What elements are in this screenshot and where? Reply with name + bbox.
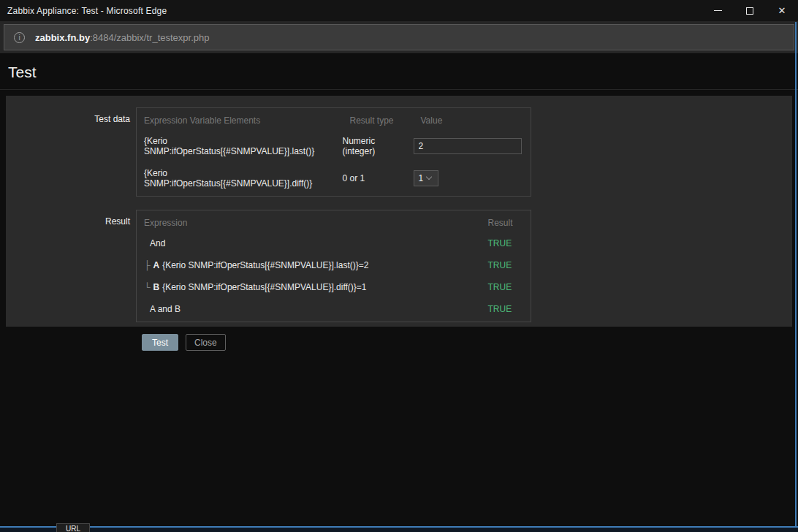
address-bar[interactable]: i zabbix.fn.by:8484/zabbix/tr_testexpr.p… xyxy=(4,24,794,50)
minimize-icon xyxy=(714,10,722,11)
tree-branch-icon: ├ xyxy=(144,260,151,270)
table-row: And TRUE xyxy=(137,234,531,256)
maximize-button[interactable] xyxy=(734,0,766,21)
table-row: {Kerio SNMP:ifOperStatus[{#SNMPVALUE}].l… xyxy=(137,132,531,164)
test-data-table: Expression Variable Elements Result type… xyxy=(136,107,531,197)
expression-text: {Kerio SNMP:ifOperStatus[{#SNMPVALUE}].l… xyxy=(162,260,368,270)
window-border-right xyxy=(795,22,797,528)
header-value: Value xyxy=(414,108,531,132)
expression-text: A and B xyxy=(150,304,180,314)
form-panel: Test data Expression Variable Elements R… xyxy=(6,96,792,327)
status-tooltip: URL xyxy=(56,523,90,532)
test-data-section: Test data Expression Variable Elements R… xyxy=(12,107,792,197)
close-icon: ✕ xyxy=(778,6,786,15)
tree-branch-icon: └ xyxy=(144,282,151,292)
result-type-cell: 0 or 1 xyxy=(343,164,414,197)
browser-window: Zabbix Appliance: Test - Microsoft Edge … xyxy=(0,0,798,532)
result-label: Result xyxy=(12,210,136,322)
value-input[interactable] xyxy=(414,138,522,154)
minimize-button[interactable] xyxy=(702,0,734,21)
info-glyph: i xyxy=(18,34,20,42)
value-cell xyxy=(414,132,531,164)
expression-cell: And xyxy=(137,234,481,256)
test-button[interactable]: Test xyxy=(142,334,178,351)
close-window-button[interactable]: ✕ xyxy=(766,0,798,21)
table-row: {Kerio SNMP:ifOperStatus[{#SNMPVALUE}].d… xyxy=(137,164,531,197)
result-value: TRUE xyxy=(481,234,531,256)
expression-letter: B xyxy=(153,282,160,292)
url-host: zabbix.fn.by xyxy=(35,32,90,43)
result-type-cell: Numeric (integer) xyxy=(343,132,414,164)
table-row: A and B TRUE xyxy=(137,300,531,322)
result-value: TRUE xyxy=(481,256,531,278)
value-cell: 1 xyxy=(414,164,531,197)
table-row: └B{Kerio SNMP:ifOperStatus[{#SNMPVALUE}]… xyxy=(137,278,531,300)
value-select[interactable]: 1 xyxy=(414,170,438,186)
title-bar: Zabbix Appliance: Test - Microsoft Edge … xyxy=(0,0,798,21)
expression-cell: └B{Kerio SNMP:ifOperStatus[{#SNMPVALUE}]… xyxy=(137,278,481,300)
maximize-icon xyxy=(746,7,753,15)
expression-cell: A and B xyxy=(137,300,481,322)
screen-bottom-strip xyxy=(0,528,798,532)
page-title: Test xyxy=(0,54,798,90)
url-path: :8484/zabbix/tr_testexpr.php xyxy=(90,32,209,43)
window-controls: ✕ xyxy=(702,0,798,21)
result-value: TRUE xyxy=(481,278,531,300)
expression-cell: {Kerio SNMP:ifOperStatus[{#SNMPVALUE}].l… xyxy=(137,132,343,164)
status-tooltip-text: URL xyxy=(66,525,80,532)
result-table: Expression Result And TRUE xyxy=(136,210,531,322)
window-border-bottom xyxy=(0,526,798,528)
result-value: TRUE xyxy=(481,300,531,322)
expression-letter: A xyxy=(153,260,160,270)
header-result: Result xyxy=(481,210,531,235)
expression-cell: {Kerio SNMP:ifOperStatus[{#SNMPVALUE}].d… xyxy=(137,164,343,197)
test-data-header-row: Expression Variable Elements Result type… xyxy=(137,108,531,132)
form-buttons: Test Close xyxy=(142,334,792,351)
expression-text: {Kerio SNMP:ifOperStatus[{#SNMPVALUE}].d… xyxy=(162,282,366,292)
header-result-type: Result type xyxy=(343,108,414,132)
header-expression: Expression xyxy=(137,210,481,235)
chevron-down-icon xyxy=(426,174,432,180)
header-expression-variable-elements: Expression Variable Elements xyxy=(137,108,343,132)
result-header-row: Expression Result xyxy=(137,210,531,235)
expression-text: And xyxy=(150,238,165,248)
expression-cell: ├A{Kerio SNMP:ifOperStatus[{#SNMPVALUE}]… xyxy=(137,256,481,278)
test-data-label: Test data xyxy=(12,107,136,197)
table-row: ├A{Kerio SNMP:ifOperStatus[{#SNMPVALUE}]… xyxy=(137,256,531,278)
browser-chrome: i zabbix.fn.by:8484/zabbix/tr_testexpr.p… xyxy=(0,21,798,54)
window-title: Zabbix Appliance: Test - Microsoft Edge xyxy=(0,6,702,16)
site-info-icon[interactable]: i xyxy=(14,32,25,43)
selected-value: 1 xyxy=(419,173,424,183)
result-section: Result Expression Result And TR xyxy=(12,210,792,322)
close-button[interactable]: Close xyxy=(186,334,226,351)
page-content: Test Test data Expression Variable Eleme… xyxy=(0,54,798,327)
